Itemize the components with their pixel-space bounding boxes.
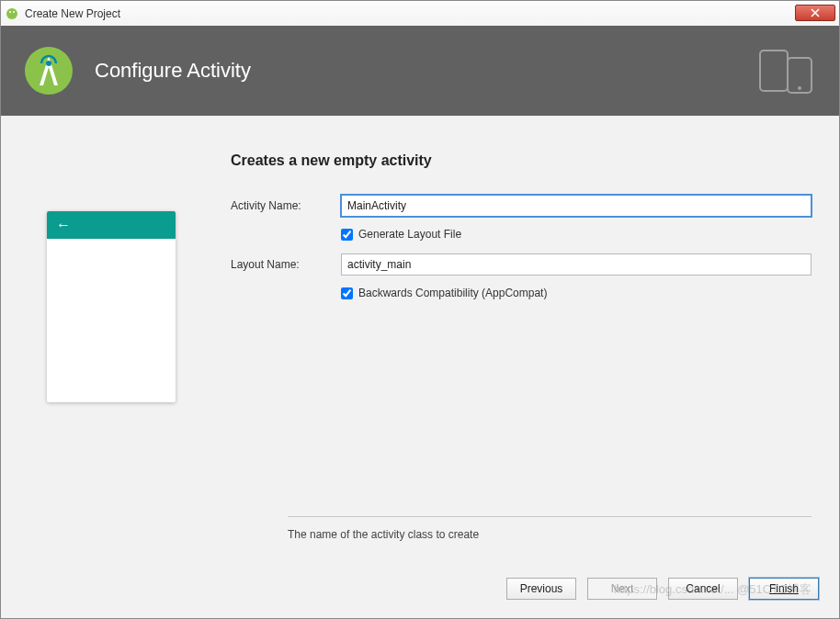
close-icon bbox=[811, 8, 820, 17]
phone-preview: ← bbox=[47, 211, 176, 402]
cancel-button[interactable]: Cancel bbox=[668, 578, 738, 600]
generate-layout-checkbox[interactable] bbox=[341, 229, 353, 241]
android-studio-icon bbox=[5, 6, 19, 21]
backwards-compat-label: Backwards Compatibility (AppCompat) bbox=[358, 287, 547, 299]
footer: The name of the activity class to create… bbox=[1, 516, 839, 618]
help-text: The name of the activity class to create bbox=[288, 516, 812, 541]
svg-point-7 bbox=[798, 86, 801, 90]
activity-name-input[interactable] bbox=[341, 195, 812, 217]
next-button: Next bbox=[587, 578, 657, 600]
generate-layout-row: Generate Layout File bbox=[231, 228, 812, 241]
form-heading: Creates a new empty activity bbox=[231, 152, 812, 169]
activity-name-label: Activity Name: bbox=[231, 199, 341, 212]
back-arrow-icon: ← bbox=[56, 217, 71, 233]
finish-button[interactable]: Finish bbox=[749, 578, 819, 600]
header-title: Configure Activity bbox=[95, 59, 756, 83]
svg-point-2 bbox=[13, 11, 15, 13]
backwards-compat-checkbox[interactable] bbox=[341, 287, 353, 299]
content-area: ← Creates a new empty activity Activity … bbox=[1, 116, 839, 516]
android-studio-logo-icon bbox=[23, 45, 74, 96]
layout-name-label: Layout Name: bbox=[231, 258, 341, 271]
window-title: Create New Project bbox=[25, 7, 120, 20]
svg-point-0 bbox=[6, 8, 17, 19]
dialog-body: Configure Activity ← Creates a new empty… bbox=[1, 26, 839, 618]
layout-name-row: Layout Name: bbox=[231, 253, 812, 276]
svg-point-3 bbox=[25, 47, 73, 95]
backwards-compat-row: Backwards Compatibility (AppCompat) bbox=[231, 287, 812, 299]
layout-name-input[interactable] bbox=[341, 253, 812, 276]
button-row: Previous Next Cancel Finish bbox=[21, 578, 819, 600]
titlebar: Create New Project bbox=[1, 1, 839, 27]
phone-appbar: ← bbox=[47, 211, 176, 239]
dialog-header: Configure Activity bbox=[1, 26, 839, 116]
activity-name-row: Activity Name: bbox=[231, 195, 812, 217]
devices-icon bbox=[756, 45, 817, 96]
form-column: Creates a new empty activity Activity Na… bbox=[231, 140, 812, 507]
svg-rect-5 bbox=[760, 51, 788, 91]
generate-layout-label: Generate Layout File bbox=[358, 228, 461, 241]
preview-column: ← bbox=[28, 140, 194, 507]
previous-button[interactable]: Previous bbox=[506, 578, 576, 600]
svg-point-1 bbox=[9, 11, 11, 13]
close-button[interactable] bbox=[795, 5, 835, 21]
svg-point-4 bbox=[46, 61, 51, 66]
